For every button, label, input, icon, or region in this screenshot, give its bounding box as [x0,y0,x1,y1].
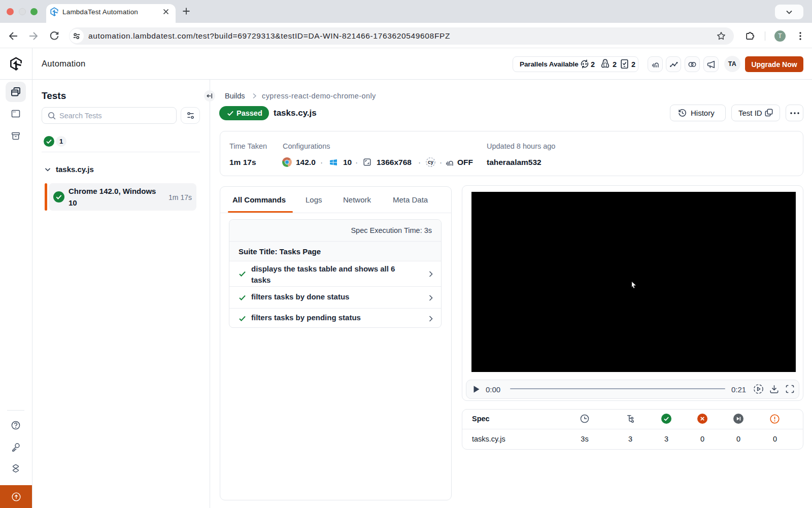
svg-text:cy: cy [428,159,434,165]
